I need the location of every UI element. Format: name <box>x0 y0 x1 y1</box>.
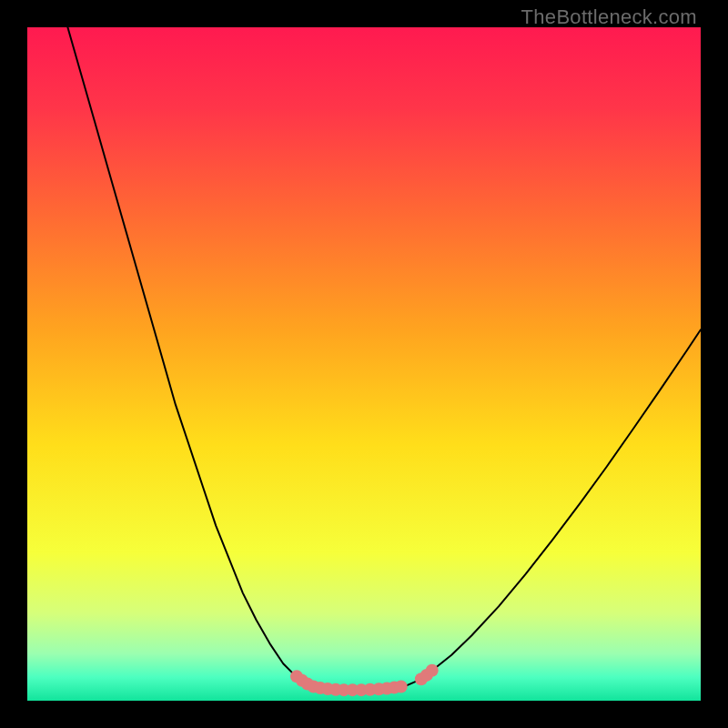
chart-svg <box>27 27 701 701</box>
marker-bottom-cluster <box>426 664 439 677</box>
plot-area <box>27 27 701 701</box>
chart-frame: TheBottleneck.com <box>0 0 728 728</box>
watermark-text: TheBottleneck.com <box>521 5 697 29</box>
marker-bottom-cluster <box>395 680 408 693</box>
gradient-background <box>27 27 701 701</box>
